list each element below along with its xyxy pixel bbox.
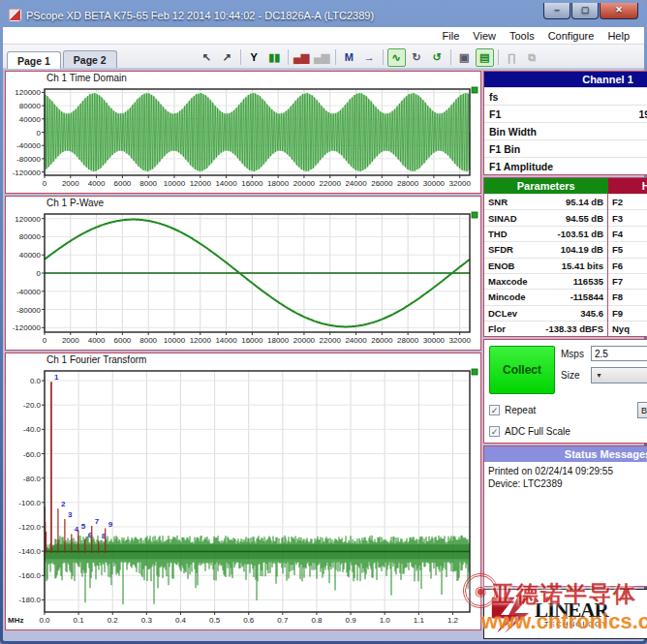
trace-pointer-icon[interactable]: ↗ [218, 48, 236, 67]
notes-icon[interactable]: ▤ [476, 48, 494, 67]
channel-row-label: F1 Amplitude [489, 161, 553, 172]
harmonic-row-label: F6 [612, 261, 623, 271]
y-autoscale-icon[interactable]: Y [245, 48, 263, 67]
harmonics-rows: F2-104.19 dBcF3-112.52 dBcF4-124.86 dBcF… [608, 194, 647, 336]
parameter-row-label: Mincode [488, 291, 526, 302]
svg-text:-80000: -80000 [16, 155, 41, 164]
harmonic-row: F2-104.19 dBc [608, 194, 647, 209]
average-arrow-icon[interactable]: → [360, 48, 379, 67]
svg-text:6000: 6000 [113, 336, 131, 345]
msps-input[interactable] [591, 346, 647, 361]
svg-text:5: 5 [81, 522, 86, 531]
svg-text:0.0: 0.0 [39, 616, 50, 625]
histogram-red-icon[interactable]: ▄▆ [293, 48, 311, 67]
maximize-button[interactable]: ▢ [571, 3, 599, 19]
harmonic-row-label: F4 [612, 229, 623, 239]
page-tabs: Page 1Page 2 [7, 50, 119, 68]
parameter-row: DCLev345.6 [484, 305, 607, 321]
parameter-row: SNR95.14 dB [484, 194, 607, 209]
watermark-url-text: www.cntronics.com [481, 609, 647, 634]
adc-fullscale-label: ADC Full Scale [505, 426, 570, 437]
parameter-row-label: ENOB [488, 261, 514, 271]
parameter-row: Maxcode116535 [484, 273, 607, 289]
svg-text:120000: 120000 [15, 88, 41, 97]
time-domain-panel: Ch 1 Time Domain 02000400060008000100001… [5, 71, 481, 194]
toolbar-separator [450, 49, 451, 65]
minimize-button[interactable]: – [543, 3, 570, 19]
svg-text:3: 3 [68, 510, 73, 519]
svg-text:-100.0: -100.0 [18, 499, 41, 507]
svg-text:40000: 40000 [19, 251, 42, 260]
svg-text:-20.0: -20.0 [23, 401, 42, 410]
pwave-panel: Ch 1 P-Wave 0200040006000800010000120001… [5, 196, 481, 351]
redo-icon[interactable]: ↻ [408, 48, 426, 67]
parameter-row-value: 94.55 dB [566, 213, 603, 224]
window-value: Blkmn-Harris 92dB [641, 406, 647, 415]
svg-text:0.6: 0.6 [243, 616, 255, 625]
tab-page-2[interactable]: Page 2 [63, 50, 117, 68]
close-button[interactable]: ✕ [600, 3, 638, 19]
svg-text:-160.0: -160.0 [18, 571, 41, 580]
svg-text:24000: 24000 [345, 179, 367, 188]
main-area: Ch 1 Time Domain 02000400060008000100001… [3, 69, 644, 641]
harmonic-row-label: Nyq [612, 323, 630, 334]
svg-text:0.1: 0.1 [74, 616, 85, 625]
menu-view[interactable]: View [466, 30, 503, 42]
undo-icon[interactable]: ↺ [428, 48, 447, 67]
parameter-row: Mincode-115844 [484, 289, 607, 304]
histogram-gray-icon[interactable]: ▄▆ [313, 48, 331, 67]
time-domain-title: Ch 1 Time Domain [6, 72, 480, 84]
menu-configure[interactable]: Configure [541, 30, 601, 42]
channel-header: Channel 1 [484, 72, 647, 87]
svg-text:-120000: -120000 [13, 169, 42, 177]
parameter-row-label: SFDR [488, 244, 513, 255]
cursor-tool-icon[interactable]: ↖ [198, 48, 216, 67]
menu-tools[interactable]: Tools [503, 30, 541, 42]
harmonic-row: F8-130.33 dBc [608, 289, 647, 304]
parameter-row: THD-103.51 dB [484, 226, 607, 241]
menu-bar: FileViewToolsConfigureHelp [3, 27, 644, 45]
window-dropdown[interactable]: Blkmn-Harris 92dB ▼ [637, 402, 647, 418]
svg-text:10000: 10000 [164, 336, 186, 345]
parameter-row: Flor-138.33 dBFS [484, 321, 607, 336]
channel-row: F1 Bin260 [484, 139, 647, 157]
parameter-row: ENOB15.41 bits [484, 258, 607, 273]
harmonic-row: F7-118.20 dBc [608, 273, 647, 289]
svg-text:-40.0: -40.0 [23, 425, 42, 434]
camera-icon[interactable]: ▣ [455, 48, 474, 67]
repeat-checkbox[interactable]: ✓ [489, 405, 500, 415]
plots-column: Ch 1 Time Domain 02000400060008000100001… [5, 71, 481, 639]
toolbar-separator [498, 49, 499, 65]
svg-text:0.3: 0.3 [141, 616, 153, 625]
tab-page-1[interactable]: Page 1 [7, 51, 61, 69]
export-icon[interactable]: ⧉ [523, 48, 541, 67]
svg-text:32000: 32000 [449, 336, 472, 345]
parameter-row-value: 345.6 [580, 308, 603, 319]
parameter-row-value: -138.33 dBFS [545, 323, 603, 334]
menu-file[interactable]: File [436, 30, 467, 42]
cursor-bars-icon[interactable]: ▮▮ [265, 48, 284, 67]
svg-text:4000: 4000 [88, 336, 106, 345]
fft-plot[interactable]: 1234567890.00.10.20.30.40.50.60.70.80.91… [6, 366, 480, 626]
harmonic-row: F5-122.21 dBc [608, 241, 647, 257]
pwave-plot[interactable]: 0200040006000800010000120001400016000180… [6, 209, 480, 346]
svg-text:6000: 6000 [113, 179, 131, 188]
svg-text:20000: 20000 [293, 336, 316, 345]
menu-help[interactable]: Help [601, 30, 636, 42]
svg-text:2: 2 [61, 500, 66, 508]
time-domain-plot[interactable]: 0200040006000800010000120001400016000180… [6, 84, 480, 189]
collect-curve-icon[interactable]: ∿ [387, 48, 406, 67]
svg-text:80000: 80000 [19, 102, 42, 110]
toolbar-separator [288, 49, 289, 65]
size-dropdown[interactable]: ▼ 32768 [591, 367, 647, 383]
average-m-icon[interactable]: M [340, 48, 358, 67]
svg-text:16000: 16000 [241, 336, 263, 345]
svg-text:12000: 12000 [190, 336, 212, 345]
window-title: PScope XD BETA K75-65 Feb 12 2014 10:44:… [26, 10, 374, 21]
marker-l-icon[interactable]: ∏ [503, 48, 521, 67]
svg-text:9: 9 [108, 520, 113, 529]
collect-button[interactable]: Collect [489, 346, 555, 394]
svg-text:18000: 18000 [267, 336, 290, 345]
svg-text:16000: 16000 [241, 179, 263, 188]
adc-fullscale-checkbox[interactable]: ✓ [489, 426, 500, 437]
